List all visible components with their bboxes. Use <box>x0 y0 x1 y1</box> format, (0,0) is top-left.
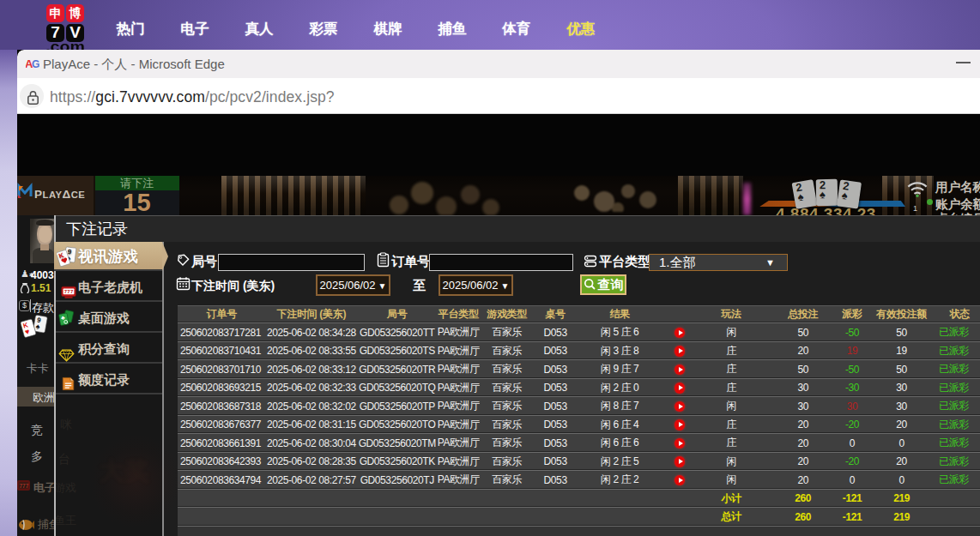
svg-text:777: 777 <box>20 483 29 489</box>
svg-text:777: 777 <box>64 289 74 294</box>
svg-text:G: G <box>32 58 39 70</box>
